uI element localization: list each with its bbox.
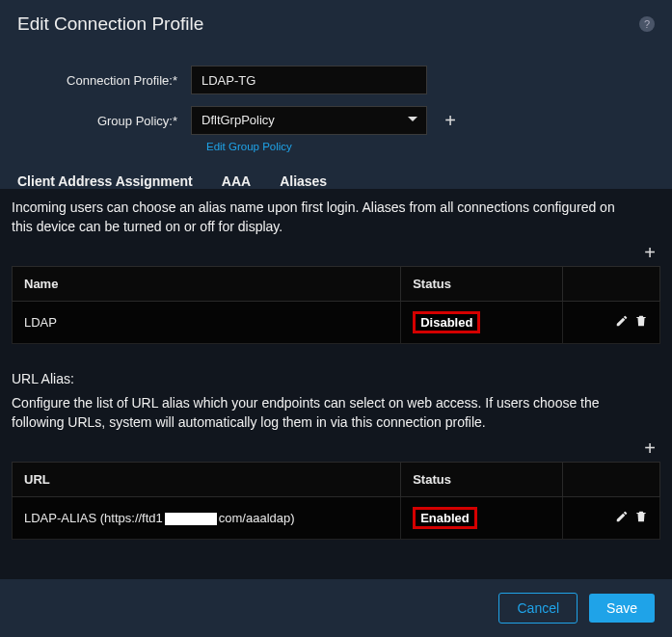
save-button[interactable]: Save (589, 594, 655, 623)
group-policy-row: Group Policy:* DfltGrpPolicy + (17, 106, 655, 135)
url-alias-help-text: Configure the list of URL alias which yo… (12, 394, 660, 432)
url-alias-status-cell: Enabled (401, 497, 563, 540)
aliases-table: Name Status LDAP Disabled (12, 266, 660, 344)
url-alias-actions-cell (563, 497, 660, 540)
redacted-segment (165, 513, 217, 525)
group-policy-value: DfltGrpPolicy (191, 106, 427, 135)
aliases-help-text: Incoming users can choose an alias name … (12, 199, 660, 236)
connection-profile-row: Connection Profile:* (17, 66, 655, 94)
edit-group-policy-link[interactable]: Edit Group Policy (206, 141, 292, 152)
group-policy-label: Group Policy:* (17, 114, 191, 128)
delete-icon[interactable] (634, 314, 648, 328)
url-prefix: LDAP-ALIAS (https://ftd1 (24, 511, 163, 525)
alias-status-cell: Disabled (401, 302, 563, 344)
add-group-policy-button[interactable]: + (441, 111, 460, 130)
url-alias-table: URL Status LDAP-ALIAS (https://ftd1com/a… (12, 462, 660, 540)
form-area: Connection Profile:* Group Policy:* Dflt… (0, 48, 672, 162)
content-area: Incoming users can choose an alias name … (0, 189, 672, 579)
url-alias-title: URL Alias: (12, 371, 660, 386)
url-alias-url-header: URL (13, 463, 401, 497)
alias-actions-cell (563, 302, 660, 344)
aliases-actions-header (563, 267, 660, 302)
add-url-alias-button[interactable]: + (639, 438, 660, 460)
group-policy-select[interactable]: DfltGrpPolicy (191, 106, 427, 135)
connection-profile-input[interactable] (191, 66, 427, 94)
edit-icon[interactable] (615, 314, 629, 328)
table-row: LDAP Disabled (13, 302, 660, 344)
url-suffix: com/aaaldap) (219, 511, 295, 525)
table-row: LDAP-ALIAS (https://ftd1com/aaaldap) Ena… (13, 497, 660, 540)
alias-name-cell: LDAP (13, 302, 401, 344)
help-icon[interactable]: ? (639, 16, 655, 32)
edit-icon[interactable] (615, 510, 629, 523)
status-badge: Disabled (413, 311, 480, 333)
cancel-button[interactable]: Cancel (498, 593, 578, 624)
connection-profile-label: Connection Profile:* (17, 73, 191, 88)
add-alias-button[interactable]: + (639, 242, 660, 264)
dialog-title: Edit Connection Profile (17, 13, 203, 35)
dialog-header: Edit Connection Profile ? (0, 0, 672, 48)
url-alias-actions-header (563, 463, 660, 497)
url-alias-url-cell: LDAP-ALIAS (https://ftd1com/aaaldap) (13, 497, 401, 540)
delete-icon[interactable] (634, 510, 648, 523)
aliases-status-header: Status (401, 267, 563, 302)
url-alias-status-header: Status (401, 463, 563, 497)
aliases-name-header: Name (13, 267, 401, 302)
dialog-footer: Cancel Save (0, 579, 672, 637)
chevron-down-icon (408, 117, 417, 121)
status-badge: Enabled (413, 507, 477, 529)
